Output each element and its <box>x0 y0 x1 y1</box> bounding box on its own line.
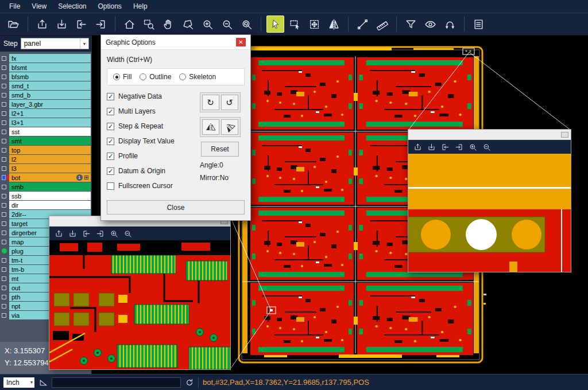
layer-row-fx[interactable]: fx <box>0 54 91 63</box>
zoom-in-icon[interactable] <box>199 15 216 33</box>
radio-skeleton[interactable]: Skeleton <box>179 73 216 81</box>
layer-name[interactable]: l2+1 <box>9 109 91 118</box>
layer-name[interactable]: l3 <box>9 164 91 173</box>
layer-visibility-cell[interactable] <box>0 65 9 70</box>
layer-checkbox[interactable] <box>2 304 6 309</box>
layer-visibility-cell[interactable] <box>0 120 9 125</box>
layer-visibility-cell[interactable] <box>0 212 9 217</box>
layer-row-layer-3-gbr[interactable]: layer_3.gbr <box>0 100 91 108</box>
window-control-icon[interactable] <box>561 132 568 138</box>
layer-checkbox[interactable] <box>2 313 6 318</box>
step-select[interactable]: panel ▾ <box>21 38 89 49</box>
line-measure-icon[interactable] <box>354 15 372 33</box>
checkbox-multi-layers[interactable]: ✓Multi Layers <box>107 107 195 115</box>
layer-visibility-cell[interactable] <box>0 248 9 253</box>
back-icon[interactable] <box>82 229 91 238</box>
magnifier-window-2[interactable] <box>408 129 571 272</box>
menu-item-options[interactable]: Options <box>92 0 127 13</box>
zoom-in-icon[interactable] <box>110 229 118 238</box>
layer-visibility-cell[interactable] <box>0 286 9 290</box>
refresh-icon[interactable] <box>185 378 194 387</box>
layer-checkbox[interactable] <box>2 276 6 281</box>
import-icon[interactable] <box>55 229 63 238</box>
zoom-out-icon[interactable] <box>123 229 132 238</box>
menu-item-file[interactable]: File <box>3 0 26 13</box>
layer-visibility-cell[interactable] <box>0 313 9 318</box>
zoom-out-icon[interactable] <box>482 143 491 151</box>
layer-checkbox[interactable] <box>2 120 6 125</box>
layer-name[interactable]: bot1⊞ <box>9 173 91 182</box>
layer-visibility-cell[interactable] <box>0 231 9 235</box>
layer-checkbox[interactable] <box>2 203 6 208</box>
layer-checkbox[interactable] <box>2 221 6 226</box>
layer-name[interactable]: bfsmb <box>9 72 91 81</box>
layer-name[interactable]: smd_b <box>9 91 91 99</box>
forward-icon[interactable] <box>96 229 105 238</box>
magnifier-window-1[interactable] <box>49 216 231 370</box>
radio-outline[interactable]: Outline <box>140 73 171 81</box>
layer-visibility-cell[interactable] <box>0 267 9 272</box>
layer-checkbox[interactable] <box>2 185 6 189</box>
checkbox-fullscreen-cursor[interactable]: Fullscreen Cursor <box>107 182 195 190</box>
menu-item-view[interactable]: View <box>26 0 52 13</box>
zoom-in-icon[interactable] <box>469 143 477 151</box>
layer-visibility-cell[interactable] <box>0 84 9 88</box>
layer-row-ssb[interactable]: ssb <box>0 192 91 200</box>
reset-button[interactable]: Reset <box>201 142 239 157</box>
layer-visibility-cell[interactable] <box>0 304 9 309</box>
mirror-horizontal-button[interactable] <box>202 119 219 135</box>
layer-checkbox[interactable] <box>2 56 6 61</box>
transform-select-icon[interactable] <box>305 15 323 33</box>
layer-checkbox[interactable] <box>2 212 6 217</box>
radio-fill[interactable]: Fill <box>113 73 131 81</box>
layer-checkbox[interactable] <box>2 231 6 235</box>
layer-checkbox[interactable] <box>2 111 6 116</box>
layer-checkbox[interactable] <box>2 295 6 299</box>
checkbox-display-text-value[interactable]: ✓Display Text Value <box>107 137 195 145</box>
export-icon[interactable] <box>427 143 436 151</box>
checkbox-datum-origin[interactable]: ✓Datum & Origin <box>107 167 195 175</box>
rotate-cw-button[interactable]: ↻ <box>202 95 219 110</box>
layer-visibility-cell[interactable] <box>0 175 9 180</box>
layer-name[interactable]: smt <box>9 136 91 145</box>
highlight-eye-icon[interactable] <box>421 15 439 33</box>
open-folder-icon[interactable] <box>5 15 22 33</box>
ruler-icon[interactable] <box>373 15 391 33</box>
layer-row-top[interactable]: top <box>0 146 91 154</box>
zoom-out-icon[interactable] <box>218 15 236 33</box>
layer-name[interactable]: top <box>9 146 91 154</box>
layer-checkbox[interactable] <box>2 130 6 134</box>
layer-visibility-cell[interactable] <box>0 295 9 299</box>
magnifier-1-content[interactable] <box>49 240 230 369</box>
layer-name[interactable]: ssb <box>9 192 91 200</box>
zoom-window-icon[interactable] <box>140 15 158 33</box>
layer-checkbox[interactable] <box>2 65 6 70</box>
back-icon[interactable] <box>72 15 90 33</box>
close-icon[interactable]: ✕ <box>236 38 246 46</box>
layer-visibility-cell[interactable] <box>0 111 9 116</box>
layer-name[interactable]: sst <box>9 127 91 136</box>
layer-checkbox[interactable] <box>2 93 6 98</box>
layer-checkbox[interactable] <box>2 258 6 263</box>
layer-checkbox[interactable] <box>2 84 6 88</box>
layer-visibility-cell[interactable] <box>0 185 9 189</box>
forward-icon[interactable] <box>455 143 463 151</box>
layer-checkbox[interactable] <box>2 75 6 79</box>
layer-row-bfsmb[interactable]: bfsmb <box>0 72 91 81</box>
layer-name[interactable]: fx <box>9 54 91 63</box>
import-icon[interactable] <box>33 15 51 33</box>
export-icon[interactable] <box>68 229 77 238</box>
layer-visibility-cell[interactable] <box>0 258 9 263</box>
zoom-previous-icon[interactable] <box>238 15 256 33</box>
chevron-down-icon[interactable]: ▾ <box>80 38 88 49</box>
layer-active-checkbox[interactable] <box>2 175 6 180</box>
layer-checkbox[interactable] <box>2 157 6 162</box>
graphic-options-dialog[interactable]: Graphic Options ✕ Width (Ctrl+W) FillOut… <box>100 34 251 221</box>
layer-name[interactable]: layer_3.gbr <box>9 100 91 108</box>
checkbox-profile[interactable]: ✓Profile <box>107 152 195 160</box>
menu-item-selection[interactable]: Selection <box>52 0 92 13</box>
magnifier-2-titlebar[interactable] <box>408 130 571 140</box>
loop-icon[interactable] <box>441 15 459 33</box>
layer-visibility-cell[interactable] <box>0 157 9 162</box>
layer-checkbox[interactable] <box>2 267 6 272</box>
